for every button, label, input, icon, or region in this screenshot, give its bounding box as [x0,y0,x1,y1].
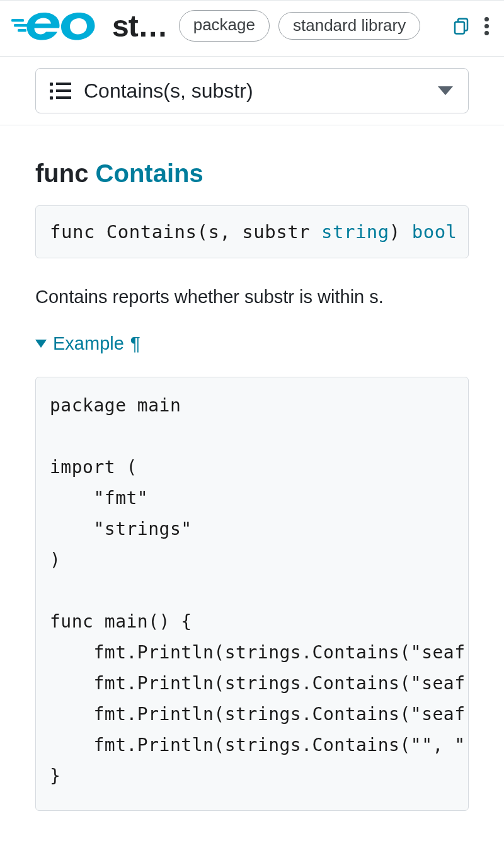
outline-select[interactable]: Contains(s, substr) [35,68,469,113]
badge-package[interactable]: package [179,10,270,42]
func-signature: func Contains(s, substr string) bool [35,205,469,258]
triangle-down-icon [35,340,47,348]
badge-standard-library[interactable]: standard library [278,12,420,40]
kebab-menu-icon[interactable] [481,17,493,35]
svg-rect-0 [11,19,24,22]
sig-type-string[interactable]: string [321,221,389,243]
package-title: st… [112,9,168,43]
sig-text: func Contains(s, substr [50,221,321,243]
sig-type-bool[interactable]: bool [412,221,457,243]
pilcrow-icon[interactable]: ¶ [130,333,140,354]
svg-rect-1 [14,24,28,27]
func-doc-summary: Contains reports whether substr is withi… [35,284,469,310]
sig-mid: ) [389,221,412,243]
func-heading: func Contains [35,159,469,188]
copy-path-icon[interactable] [450,15,472,37]
list-icon [50,82,71,100]
outline-current: Contains(s, substr) [84,79,253,103]
go-logo-svg [11,7,106,45]
svg-rect-2 [18,29,26,32]
svg-rect-4 [455,22,464,34]
func-name-link[interactable]: Contains [96,159,203,187]
outline-bar: Contains(s, substr) [0,57,504,125]
example-code[interactable]: package main import ( "fmt" "strings" ) … [35,377,469,811]
main-content: func Contains func Contains(s, substr st… [0,125,504,811]
func-keyword: func [35,159,88,187]
chevron-down-icon [438,86,453,95]
example-label: Example [53,333,124,354]
go-logo[interactable] [11,7,106,45]
example-toggle[interactable]: Example ¶ [35,333,469,354]
top-bar: st… package standard library [0,0,504,57]
